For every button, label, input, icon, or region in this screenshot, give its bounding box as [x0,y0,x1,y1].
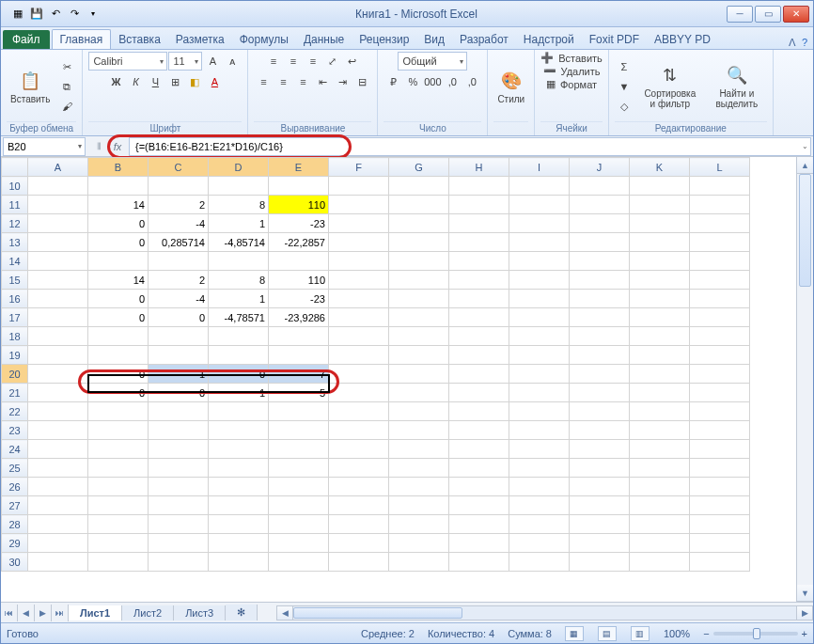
sort-filter-button[interactable]: ⇅ Сортировка и фильтр [637,62,703,111]
row-header[interactable]: 16 [2,290,28,308]
cell[interactable] [389,233,449,252]
cell[interactable] [509,440,570,459]
cell[interactable] [149,496,209,515]
cell[interactable] [329,515,389,534]
zoom-out-button[interactable]: − [703,628,709,639]
cell[interactable]: 1 [209,290,269,308]
align-center-button[interactable]: ≡ [274,72,292,91]
cell[interactable] [329,384,389,402]
cell[interactable] [630,553,690,572]
cell[interactable] [570,327,630,346]
format-cells-button[interactable]: Формат [556,79,597,90]
undo-icon[interactable]: ↶ [48,7,63,22]
minimize-button[interactable]: ─ [727,6,753,23]
cell[interactable] [389,478,449,496]
cell[interactable]: 7 [269,365,329,384]
cell[interactable] [28,177,88,196]
cell[interactable] [630,214,690,233]
cell[interactable] [149,327,209,346]
cell[interactable] [630,252,690,271]
cell[interactable] [449,308,509,327]
cell[interactable]: -4 [149,290,209,308]
cell[interactable] [149,402,209,421]
cell[interactable] [209,252,269,271]
cell[interactable]: 2 [149,271,209,290]
row-header[interactable]: 23 [2,421,28,440]
cell[interactable] [269,402,329,421]
view-normal-button[interactable]: ▦ [565,626,584,641]
row-header[interactable]: 22 [2,402,28,421]
cell[interactable] [690,496,750,515]
cell[interactable] [509,308,570,327]
row-header[interactable]: 18 [2,327,28,346]
cell[interactable] [570,233,630,252]
cell[interactable] [149,553,209,572]
cell[interactable] [329,196,389,214]
vertical-scrollbar[interactable]: ▲ ▼ [796,157,813,602]
cell[interactable] [449,252,509,271]
cell[interactable]: -23,9286 [269,308,329,327]
number-format-select[interactable]: Общий [398,52,467,71]
cell[interactable]: 110 [269,271,329,290]
cell[interactable] [690,252,750,271]
qat-dropdown-icon[interactable]: ▾ [86,7,101,22]
cell[interactable]: -4,85714 [209,233,269,252]
cell[interactable] [329,308,389,327]
cell[interactable] [28,290,88,308]
cell[interactable] [88,252,149,271]
cell[interactable] [209,177,269,196]
cell[interactable] [690,478,750,496]
cell[interactable] [28,496,88,515]
cell[interactable] [209,459,269,478]
currency-button[interactable]: ₽ [384,72,402,91]
tab-insert[interactable]: Вставка [111,30,168,49]
cell[interactable] [690,290,750,308]
cell[interactable] [28,440,88,459]
cell[interactable] [88,478,149,496]
cell[interactable]: 0 [88,384,149,402]
cell[interactable] [209,346,269,365]
cell[interactable] [570,440,630,459]
cell[interactable] [389,365,449,384]
cell[interactable] [28,196,88,214]
paste-button[interactable]: 📋 Вставить [7,68,54,106]
formula-expand-icon[interactable]: ⌄ [802,142,808,150]
cell[interactable] [630,196,690,214]
copy-button[interactable]: ⧉ [57,77,76,96]
cell[interactable] [209,421,269,440]
cell[interactable]: 110 [269,196,329,214]
cell[interactable]: 0 [209,365,269,384]
cell[interactable] [28,478,88,496]
cell[interactable]: 0 [88,290,149,308]
scroll-right-button[interactable]: ▶ [796,605,813,620]
cell[interactable]: 0,285714 [149,233,209,252]
tab-developer[interactable]: Разработ [452,30,516,49]
cell[interactable]: 0 [88,365,149,384]
cell[interactable] [28,308,88,327]
cell[interactable] [509,402,570,421]
decrease-decimal-button[interactable]: ,0 [462,72,481,91]
cell[interactable] [329,177,389,196]
cell[interactable] [630,515,690,534]
cell[interactable] [570,290,630,308]
cell[interactable] [329,478,389,496]
cell[interactable] [509,478,570,496]
scroll-track[interactable] [797,174,813,585]
decrease-indent-button[interactable]: ⇤ [313,72,332,91]
font-name-select[interactable]: Calibri [88,52,167,71]
cell[interactable] [449,553,509,572]
worksheet[interactable]: ABCDEFGHIJKL10111428110120-41-231300,285… [1,157,796,602]
row-header[interactable]: 24 [2,440,28,459]
cell[interactable] [449,365,509,384]
cell[interactable] [630,327,690,346]
cell[interactable] [449,346,509,365]
styles-button[interactable]: 🎨 Стили [493,68,528,106]
namebox-expand-icon[interactable]: ⦀ [89,137,108,156]
cell[interactable] [449,233,509,252]
wrap-text-button[interactable]: ↩ [343,52,362,71]
cell[interactable] [88,327,149,346]
cell[interactable] [149,459,209,478]
cell[interactable] [509,271,570,290]
comma-button[interactable]: 000 [423,72,442,91]
cell[interactable] [389,534,449,553]
